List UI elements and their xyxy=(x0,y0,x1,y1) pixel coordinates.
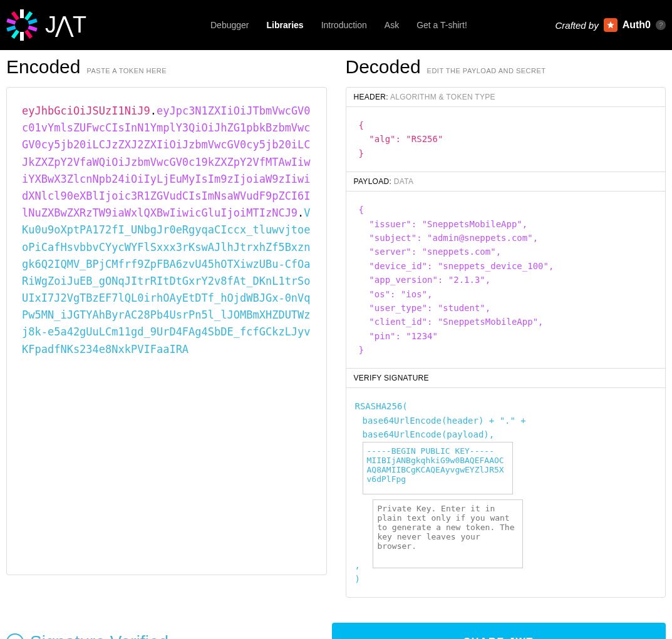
token-signature-part: VKu0u9oXptPA172fI_UNbgJr0eRgyqaCIccx_tlu… xyxy=(22,207,311,355)
jwt-wordmark: J⋀T xyxy=(45,12,85,38)
logo[interactable]: J⋀T xyxy=(6,9,85,41)
svg-rect-6 xyxy=(28,26,38,32)
encoded-token-box[interactable]: eyJhbGciOiJSUzI1NiJ9.eyJpc3N1ZXIiOiJTbmV… xyxy=(6,87,327,575)
nav-links: Debugger Libraries Introduction Ask Get … xyxy=(210,20,467,30)
nav-introduction[interactable]: Introduction xyxy=(321,20,367,30)
svg-rect-9 xyxy=(11,11,19,21)
payload-section: PAYLOAD: DATA { "issuer": "SneppetsMobil… xyxy=(346,172,666,369)
nav-tshirt[interactable]: Get a T-shirt! xyxy=(416,20,467,30)
auth0-icon xyxy=(604,18,618,32)
decoded-title: Decoded xyxy=(346,56,421,78)
verify-close: ) xyxy=(355,572,657,586)
crafted-by: Crafted by Auth0 ? xyxy=(555,18,666,32)
svg-rect-2 xyxy=(24,11,33,21)
svg-rect-3 xyxy=(11,29,19,39)
token-header-part: eyJhbGciOiJSUzI1NiJ9 xyxy=(22,105,150,117)
nav-ask[interactable]: Ask xyxy=(385,20,399,30)
token-payload-part: eyJpc3N1ZXIiOiJTbmVwcGV0c01vYmlsZUFwcCIs… xyxy=(22,105,311,219)
decoded-column: Decoded EDIT THE PAYLOAD AND SECRET HEAD… xyxy=(346,56,666,598)
header-section: HEADER: ALGORITHM & TOKEN TYPE { "alg": … xyxy=(346,88,666,172)
svg-rect-1 xyxy=(20,32,24,41)
decoded-subtitle: EDIT THE PAYLOAD AND SECRET xyxy=(427,67,546,74)
check-icon xyxy=(6,633,24,639)
verify-section: VERIFY SIGNATURE RSASHA256( base64UrlEnc… xyxy=(346,369,666,597)
verified-text: Signature Verified xyxy=(30,632,168,639)
svg-rect-7 xyxy=(6,18,16,24)
nav-debugger[interactable]: Debugger xyxy=(210,20,249,30)
public-key-input[interactable] xyxy=(363,442,513,494)
header-json[interactable]: { "alg": "RS256" } xyxy=(346,107,666,171)
verify-label: VERIFY SIGNATURE xyxy=(354,374,429,382)
verify-line2: base64UrlEncode(payload), xyxy=(355,427,657,441)
help-icon[interactable]: ? xyxy=(656,20,666,30)
svg-rect-0 xyxy=(20,9,24,18)
payload-sublabel: DATA xyxy=(394,177,413,186)
header-label: HEADER: xyxy=(354,93,388,101)
verify-line1: base64UrlEncode(header) + "." + xyxy=(355,414,657,427)
encoded-title: Encoded xyxy=(6,56,80,78)
verify-algo: RSASHA256( xyxy=(355,399,657,413)
payload-json[interactable]: { "issuer": "SneppetsMobileApp", "subjec… xyxy=(346,192,666,368)
svg-rect-5 xyxy=(6,26,16,32)
payload-label: PAYLOAD: xyxy=(354,177,392,186)
auth0-text: Auth0 xyxy=(623,19,651,31)
encoded-column: Encoded PASTE A TOKEN HERE eyJhbGciOiJSU… xyxy=(6,56,327,598)
crafted-label: Crafted by xyxy=(555,20,598,31)
share-jwt-button[interactable]: SHARE JWT xyxy=(332,623,666,639)
encoded-subtitle: PASTE A TOKEN HERE xyxy=(86,67,167,74)
signature-status: Signature Verified xyxy=(6,632,313,639)
svg-rect-4 xyxy=(28,18,38,24)
private-key-input[interactable] xyxy=(373,499,523,568)
jwt-logo-icon xyxy=(6,9,38,41)
svg-rect-8 xyxy=(24,29,33,39)
header-sublabel: ALGORITHM & TOKEN TYPE xyxy=(390,93,495,101)
nav-libraries[interactable]: Libraries xyxy=(267,20,304,30)
top-nav: J⋀T Debugger Libraries Introduction Ask … xyxy=(0,0,672,50)
